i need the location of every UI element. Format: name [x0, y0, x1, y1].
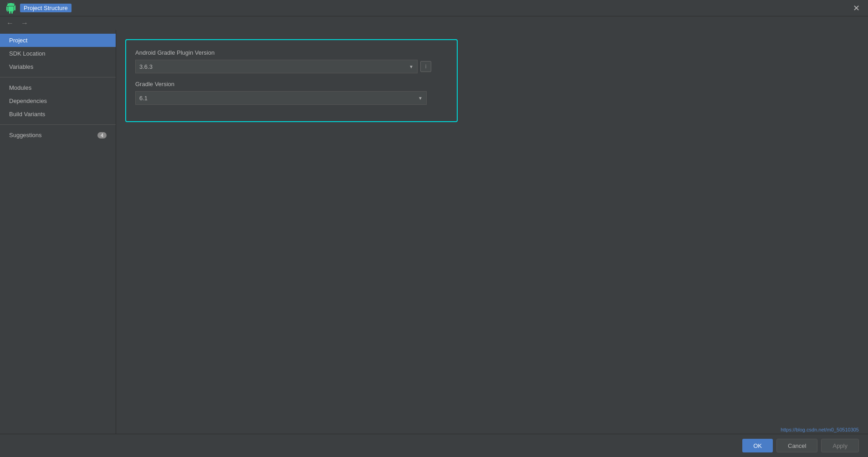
sidebar-item-modules[interactable]: Modules	[0, 81, 116, 94]
plugin-version-dropdown[interactable]: 3.6.3 ▼	[135, 60, 418, 73]
plugin-version-row: 3.6.3 ▼ i	[135, 60, 448, 73]
sidebar-item-project[interactable]: Project	[0, 34, 116, 47]
android-logo-icon	[5, 3, 16, 14]
back-button[interactable]: ←	[4, 18, 16, 28]
plugin-version-label: Android Gradle Plugin Version	[135, 49, 448, 56]
main-panel: Android Gradle Plugin Version 3.6.3 ▼ i …	[116, 30, 868, 434]
suggestions-badge: 4	[97, 132, 107, 139]
sidebar-item-variables[interactable]: Variables	[0, 60, 116, 73]
plugin-info-icon[interactable]: i	[420, 61, 431, 72]
sidebar-divider-2	[0, 124, 116, 125]
project-settings-box: Android Gradle Plugin Version 3.6.3 ▼ i …	[125, 39, 458, 122]
gradle-version-label: Gradle Version	[135, 81, 448, 87]
sidebar-item-dependencies[interactable]: Dependencies	[0, 94, 116, 108]
project-structure-dialog: Project Structure ✕ ← → Project SDK Loca…	[0, 0, 868, 457]
gradle-version-dropdown[interactable]: 6.1 ▼	[135, 91, 427, 105]
gradle-version-row: 6.1 ▼	[135, 91, 448, 105]
title-bar: Project Structure ✕	[0, 0, 868, 16]
plugin-version-value: 3.6.3	[139, 63, 405, 70]
nav-bar: ← →	[0, 16, 868, 30]
sidebar: Project SDK Location Variables Modules D…	[0, 30, 116, 434]
content-area: Project SDK Location Variables Modules D…	[0, 30, 868, 434]
sidebar-item-suggestions[interactable]: Suggestions 4	[0, 128, 116, 142]
sidebar-item-sdk-location[interactable]: SDK Location	[0, 47, 116, 60]
sidebar-divider-1	[0, 77, 116, 77]
gradle-version-value: 6.1	[139, 95, 414, 102]
forward-button[interactable]: →	[18, 18, 31, 28]
apply-button[interactable]: Apply	[821, 439, 859, 452]
footer: https://blog.csdn.net/m0_50510305 OK Can…	[0, 434, 868, 457]
sidebar-item-build-variants[interactable]: Build Variants	[0, 108, 116, 121]
close-button[interactable]: ✕	[850, 2, 863, 14]
cancel-button[interactable]: Cancel	[776, 439, 817, 452]
gradle-version-arrow-icon: ▼	[418, 96, 423, 101]
title-bar-left: Project Structure	[5, 3, 71, 14]
plugin-version-arrow-icon: ▼	[409, 64, 414, 69]
window-title: Project Structure	[20, 4, 71, 12]
footer-link[interactable]: https://blog.csdn.net/m0_50510305	[781, 427, 859, 434]
ok-button[interactable]: OK	[742, 439, 773, 452]
